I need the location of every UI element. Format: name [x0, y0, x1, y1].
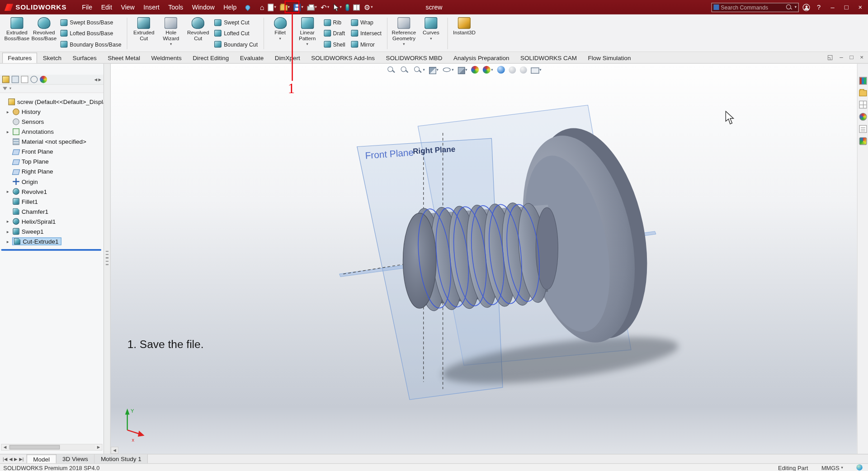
scrollbar-track[interactable] — [8, 444, 95, 450]
tree-item-helix-spiral1[interactable]: ▸ Helix/Spiral1 — [0, 217, 104, 226]
settings-button[interactable]: ⚙▾ — [362, 1, 374, 13]
tree-item-sweep1[interactable]: ▸ Sweep1 — [0, 226, 104, 236]
edit-appearance-button[interactable] — [471, 66, 479, 74]
filter-funnel-icon[interactable] — [3, 87, 7, 90]
boundary-boss-base-button[interactable]: Boundary Boss/Base — [59, 41, 123, 48]
scroll-right-icon[interactable]: ▶ — [95, 445, 102, 449]
menu-edit[interactable]: Edit — [97, 2, 117, 12]
tree-item-front-plane[interactable]: Front Plane — [0, 146, 104, 156]
tab-weldments[interactable]: Weldments — [146, 52, 187, 63]
revolved-cut-button[interactable]: Revolved Cut — [184, 15, 212, 51]
file-explorer-icon[interactable] — [859, 90, 867, 96]
reference-geometry-button[interactable]: Reference Geometry▾ — [390, 15, 417, 51]
help-button[interactable]: ? — [814, 3, 824, 11]
configurationmanager-tab-icon[interactable] — [21, 76, 28, 83]
splitter-grip[interactable] — [106, 251, 108, 265]
close-button[interactable]: × — [855, 3, 865, 11]
extruded-cut-button[interactable]: Extruded Cut — [130, 15, 157, 51]
panel-horizontal-scrollbar[interactable]: ◀ ▶ — [1, 444, 102, 451]
apply-scene-button[interactable]: ▾ — [483, 66, 493, 74]
draft-button[interactable]: Draft — [322, 29, 347, 37]
next-tab-icon[interactable]: ▶ — [14, 457, 18, 462]
expand-arrow-icon[interactable]: ▸ — [7, 239, 12, 244]
lofted-boss-base-button[interactable]: Lofted Boss/Base — [59, 29, 123, 37]
tree-item-part-root[interactable]: screw (Default<<Default>_Display Sta — [0, 97, 104, 107]
graphics-viewport[interactable]: Front Plane Right Plane Y x ▾ ▾ ▾ ▾ — [111, 64, 857, 454]
user-account-icon[interactable] — [803, 4, 810, 11]
view-settings-button[interactable] — [497, 66, 505, 74]
scroll-right-icon[interactable]: ▶ — [98, 77, 101, 82]
swept-boss-base-button[interactable]: Swept Boss/Base — [59, 19, 123, 26]
maximize-button[interactable]: □ — [841, 3, 851, 11]
undock-panel-icon[interactable]: ◱ — [827, 54, 833, 61]
view-palette-icon[interactable] — [859, 101, 867, 108]
doc-restore-icon[interactable]: □ — [849, 54, 853, 61]
design-library-icon[interactable] — [859, 77, 867, 85]
menu-file[interactable]: File — [78, 2, 97, 12]
prev-tab-icon[interactable]: ◀ — [9, 457, 13, 462]
undo-button[interactable]: ↶▾ — [319, 1, 331, 13]
tree-item-sensors[interactable]: Sensors — [0, 117, 104, 127]
tab-sheet-metal[interactable]: Sheet Metal — [102, 52, 146, 63]
displaymanager-tab-icon[interactable] — [40, 76, 47, 83]
hole-wizard-button[interactable]: Hole Wizard▾ — [157, 15, 184, 51]
tab-solidworks-add-ins[interactable]: SOLIDWORKS Add-Ins — [306, 52, 380, 63]
tree-item-revolve1[interactable]: ▸ Revolve1 — [0, 187, 104, 197]
tree-item-annotations[interactable]: ▸ Annotations — [0, 127, 104, 137]
appearances-scenes-icon[interactable] — [859, 113, 867, 121]
doc-tab-scroll[interactable]: |◀ ◀ ▶ ▶| — [0, 457, 27, 462]
tab-dimxpert[interactable]: DimXpert — [269, 52, 306, 63]
tab-features[interactable]: Features — [2, 52, 38, 63]
instant3d-button[interactable]: Instant3D — [451, 15, 478, 51]
caret-icon[interactable]: ▾ — [9, 86, 11, 91]
zoom-to-fit-button[interactable] — [387, 65, 396, 74]
tree-item-top-plane[interactable]: Top Plane — [0, 157, 104, 167]
status-globe-icon[interactable] — [856, 464, 862, 470]
hide-show-items-button[interactable]: ▾ — [442, 65, 453, 74]
perspective-view-button[interactable] — [519, 66, 527, 73]
dimxpertmanager-tab-icon[interactable] — [30, 76, 38, 83]
tab-surfaces[interactable]: Surfaces — [67, 52, 102, 63]
minimize-button[interactable]: – — [828, 3, 838, 11]
intersect-button[interactable]: Intersect — [349, 29, 383, 37]
featuremanager-tab-icon[interactable] — [2, 76, 9, 83]
menu-help[interactable]: Help — [219, 2, 241, 12]
viewport-scroll-corner[interactable]: ◀ — [111, 447, 118, 454]
tree-item-origin[interactable]: Origin — [0, 177, 104, 187]
tree-item-material[interactable]: Material <not specified> — [0, 137, 104, 146]
manager-tab-scroll[interactable]: ◀▶ — [94, 77, 101, 82]
tree-item-fillet1[interactable]: Fillet1 — [0, 197, 104, 207]
linear-pattern-button[interactable]: Linear Pattern▾ — [294, 15, 321, 51]
menu-view[interactable]: View — [117, 2, 139, 12]
rebuild-button[interactable] — [344, 1, 351, 13]
previous-view-button[interactable]: ▾ — [413, 65, 425, 74]
shadow-view-button[interactable] — [509, 66, 516, 73]
rollback-bar[interactable] — [1, 249, 101, 251]
tab-analysis-preparation[interactable]: Analysis Preparation — [448, 52, 515, 63]
tab-solidworks-mbd[interactable]: SOLIDWORKS MBD — [380, 52, 448, 63]
tab-evaluate[interactable]: Evaluate — [234, 52, 269, 63]
tab-model[interactable]: Model — [27, 454, 57, 463]
custom-properties-icon[interactable] — [859, 125, 867, 133]
new-document-button[interactable]: ▾ — [266, 1, 278, 13]
tab-motion-study-1[interactable]: Motion Study 1 — [94, 454, 148, 463]
curves-button[interactable]: Curves▾ — [417, 15, 444, 51]
expand-arrow-icon[interactable]: ▸ — [7, 189, 12, 194]
boundary-cut-button[interactable]: Boundary Cut — [213, 41, 259, 48]
search-commands-box[interactable]: ▾ — [711, 3, 798, 12]
caret-icon[interactable]: ▾ — [795, 5, 797, 9]
units-selector[interactable]: MMGS ▾ — [821, 464, 843, 471]
tree-item-cut-extrude1[interactable]: ▸ Cut-Extrude1 — [0, 236, 104, 246]
forum-icon[interactable] — [859, 137, 867, 145]
zoom-to-area-button[interactable] — [400, 65, 409, 74]
lofted-cut-button[interactable]: Lofted Cut — [213, 29, 259, 37]
camera-view-button[interactable]: ▾ — [531, 66, 542, 74]
pin-toolbar-icon[interactable] — [245, 4, 252, 11]
swept-cut-button[interactable]: Swept Cut — [213, 19, 259, 26]
search-commands-input[interactable] — [721, 4, 784, 10]
menu-window[interactable]: Window — [188, 2, 219, 12]
display-options-button[interactable] — [352, 1, 362, 13]
tab-flow-simulation[interactable]: Flow Simulation — [582, 52, 637, 63]
tab-solidworks-cam[interactable]: SOLIDWORKS CAM — [515, 52, 582, 63]
shell-button[interactable]: Shell — [322, 41, 347, 48]
